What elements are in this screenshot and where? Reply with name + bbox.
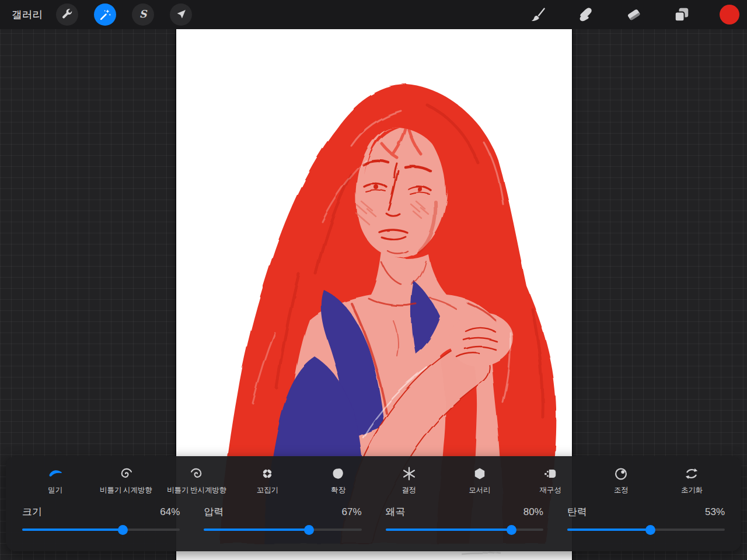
distortion-slider[interactable] xyxy=(386,524,543,535)
reconstruct-icon xyxy=(543,466,558,481)
color-swatch xyxy=(720,5,739,24)
slider-label: 왜곡 xyxy=(386,505,406,519)
layers-button[interactable] xyxy=(671,4,692,25)
mode-label: 비틀기 반시계방향 xyxy=(167,485,226,495)
slider-fill xyxy=(204,528,309,531)
transform-arrow-icon xyxy=(174,8,187,21)
selection-s-icon: S xyxy=(137,8,149,21)
slider-label: 크기 xyxy=(22,505,42,519)
color-button[interactable] xyxy=(719,4,740,25)
selection-letter: S xyxy=(139,8,148,20)
distortion-slider-group: 왜곡 80% xyxy=(386,505,543,535)
right-tool-cluster xyxy=(528,4,740,25)
liquify-slider-row: 크기 64% 압력 67% 왜곡 xyxy=(6,505,741,535)
mode-label: 초기화 xyxy=(681,485,703,495)
slider-thumb[interactable] xyxy=(507,525,516,535)
adjustments-button[interactable] xyxy=(94,4,116,26)
mode-edge[interactable]: 모서리 xyxy=(444,465,515,495)
slider-value: 67% xyxy=(341,506,361,518)
pressure-slider[interactable] xyxy=(204,524,361,535)
actions-button[interactable] xyxy=(56,4,78,26)
slider-value: 80% xyxy=(523,506,543,518)
slider-label: 탄력 xyxy=(567,505,587,519)
mode-expand[interactable]: 확장 xyxy=(303,465,374,495)
selection-button[interactable]: S xyxy=(132,4,154,26)
mode-pinch[interactable]: 꼬집기 xyxy=(232,465,303,495)
magic-wand-icon xyxy=(99,8,111,21)
layers-icon xyxy=(673,6,690,23)
mode-label: 재구성 xyxy=(540,485,561,495)
mode-twirl-ccw[interactable]: 비틀기 반시계방향 xyxy=(161,465,232,495)
mode-label: 결정 xyxy=(402,485,416,495)
gallery-button[interactable]: 갤러리 xyxy=(12,8,43,22)
mode-label: 비틀기 시계방향 xyxy=(100,485,152,495)
liquify-panel: 밀기 비틀기 시계방향 비틀기 반시계방향 xyxy=(6,456,741,551)
brush-icon xyxy=(529,6,547,23)
slider-thumb[interactable] xyxy=(304,525,314,535)
slider-fill xyxy=(567,528,651,531)
pressure-slider-group: 압력 67% xyxy=(204,505,361,535)
edge-icon xyxy=(472,466,487,481)
mode-label: 확장 xyxy=(331,485,345,495)
size-slider-group: 크기 64% xyxy=(22,505,180,535)
momentum-slider-group: 탄력 53% xyxy=(567,505,725,535)
mode-adjust[interactable]: 조정 xyxy=(586,465,657,495)
mode-label: 꼬집기 xyxy=(257,485,278,495)
erase-button[interactable] xyxy=(623,4,644,25)
slider-label: 압력 xyxy=(204,505,224,519)
brush-button[interactable] xyxy=(528,4,549,25)
slider-value: 64% xyxy=(160,506,180,518)
smudge-button[interactable] xyxy=(575,4,596,25)
size-slider[interactable] xyxy=(22,524,180,535)
momentum-slider[interactable] xyxy=(567,524,725,535)
slider-value: 53% xyxy=(705,506,725,518)
crystal-icon xyxy=(402,466,417,481)
mode-twirl-cw[interactable]: 비틀기 시계방향 xyxy=(90,465,161,495)
wrench-icon xyxy=(61,8,74,21)
mode-label: 모서리 xyxy=(469,485,490,495)
slider-fill xyxy=(386,528,512,531)
mode-crystal[interactable]: 결정 xyxy=(374,465,444,495)
top-toolbar: 갤러리 S xyxy=(0,0,747,29)
reset-icon xyxy=(684,466,699,481)
slider-fill xyxy=(22,528,123,531)
pinch-icon xyxy=(260,466,275,481)
liquify-mode-row: 밀기 비틀기 시계방향 비틀기 반시계방향 xyxy=(6,465,741,495)
mode-label: 밀기 xyxy=(48,485,62,495)
twirl-clockwise-icon xyxy=(118,466,134,481)
slider-thumb[interactable] xyxy=(118,525,128,535)
mode-label: 조정 xyxy=(614,485,629,495)
adjust-icon xyxy=(613,466,629,481)
slider-thumb[interactable] xyxy=(645,525,655,535)
mode-push[interactable]: 밀기 xyxy=(20,465,90,495)
push-swoosh-icon xyxy=(47,466,64,481)
transform-button[interactable] xyxy=(170,4,192,26)
eraser-icon xyxy=(625,6,643,23)
mode-reset[interactable]: 초기화 xyxy=(657,465,727,495)
twirl-counterclockwise-icon xyxy=(189,466,204,481)
expand-icon xyxy=(330,466,345,481)
left-tool-cluster: S xyxy=(56,4,192,26)
smudge-icon xyxy=(577,6,595,23)
mode-reconstruct[interactable]: 재구성 xyxy=(515,465,585,495)
